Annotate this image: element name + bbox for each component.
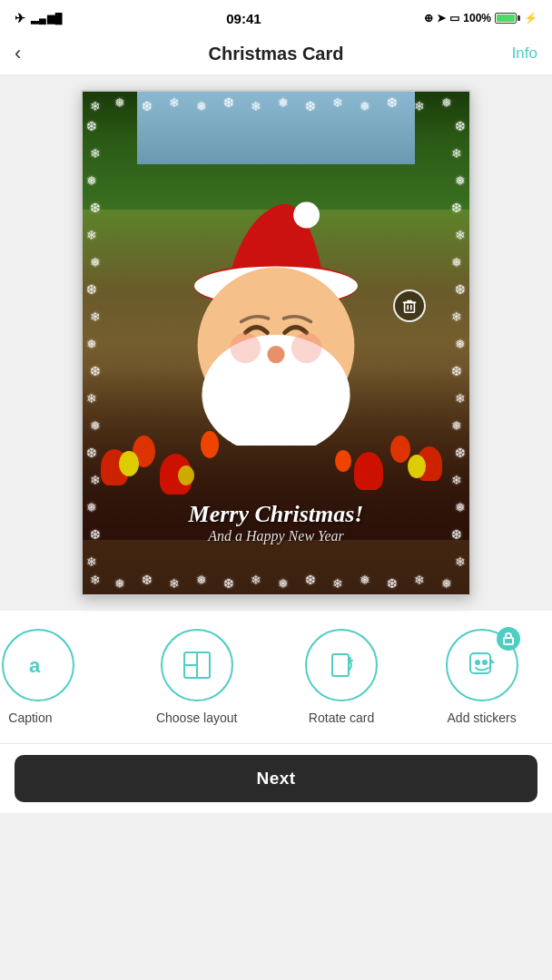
toolbar-item-add-stickers[interactable]: Add stickers [446,629,518,725]
status-time: 09:41 [226,11,261,26]
svg-rect-17 [405,302,415,312]
svg-point-8 [204,394,239,417]
svg-point-28 [483,661,487,664]
svg-text:a: a [29,654,41,677]
svg-rect-24 [332,654,349,676]
svg-point-16 [267,346,284,363]
toolbar-item-caption[interactable]: a Caption [15,629,88,725]
direction-icon: ➤ [437,12,446,24]
charging-icon: ⚡ [524,12,537,24]
santa-sticker[interactable] [158,182,394,455]
caption-label: Caption [8,710,52,725]
card-main-text: Merry Christmas! [83,501,469,528]
page-title: Christmas Card [209,44,344,64]
flight-mode-icon: ✈ [15,11,25,25]
info-button[interactable]: Info [501,44,537,63]
signal-bars: ▂▄▆█ [31,13,64,24]
card-text-area: Merry Christmas! And a Happy New Year [83,501,469,544]
rotate-card-label: Rotate card [309,710,374,725]
header: ‹ Christmas Card Info [0,33,552,75]
svg-point-2 [293,202,320,229]
add-stickers-label: Add stickers [448,710,517,725]
lock-badge [497,627,520,651]
svg-point-27 [476,661,479,664]
svg-rect-25 [504,638,513,644]
toolbar-item-rotate-card[interactable]: Rotate card [305,629,378,725]
svg-point-9 [237,398,276,425]
svg-point-14 [231,333,261,364]
delete-sticker-button[interactable] [393,289,426,322]
screen-icon: ▭ [449,12,459,24]
svg-point-15 [291,333,322,364]
card-sub-text: And a Happy New Year [83,528,469,544]
status-left: ✈ ▂▄▆█ [15,11,64,25]
battery-icon [495,13,520,24]
svg-point-11 [313,394,348,417]
status-right: ⊕ ➤ ▭ 100% ⚡ [424,12,537,24]
back-button[interactable]: ‹ [15,42,51,65]
next-button-area: Next [0,743,552,813]
toolbar-item-choose-layout[interactable]: Choose layout [156,629,238,725]
choose-layout-label: Choose layout [156,710,238,725]
card-sky [137,92,415,164]
next-button[interactable]: Next [15,755,537,802]
toolbar: a Caption Choose layout Rotate card [0,611,552,743]
location-icon: ⊕ [424,12,433,24]
battery-percent: 100% [463,12,491,24]
card-frame[interactable]: ❄ ❅ ❆ ❄ ❅ ❆ ❄ ❅ ❆ ❄ ❅ ❆ ❄ ❅ ❆ ❄ ❅ ❆ ❄ ❅ … [81,90,471,596]
card-area: ❄ ❅ ❆ ❄ ❅ ❆ ❄ ❅ ❆ ❄ ❅ ❆ ❄ ❅ ❆ ❄ ❅ ❆ ❄ ❅ … [0,75,552,611]
svg-point-10 [276,398,315,425]
status-bar: ✈ ▂▄▆█ 09:41 ⊕ ➤ ▭ 100% ⚡ [0,0,552,33]
